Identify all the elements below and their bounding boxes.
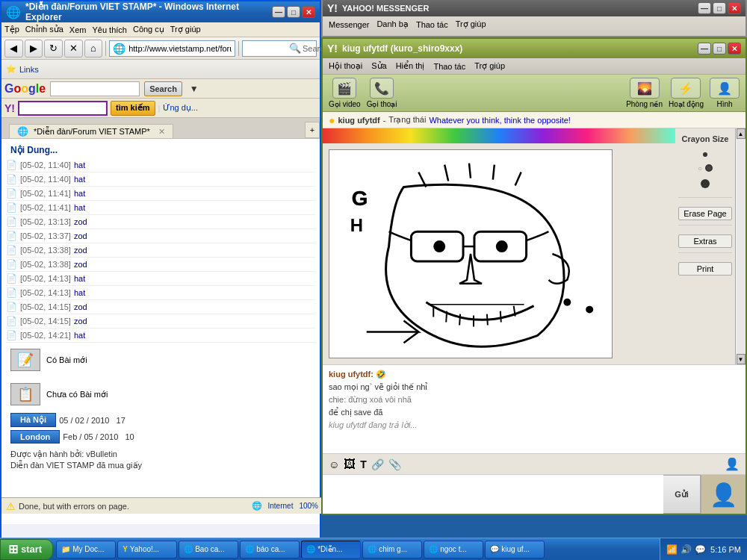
forum-link[interactable]: hat [74, 161, 85, 169]
browser-minimize-button[interactable]: — [272, 6, 285, 18]
content-scroll-area[interactable]: Nội Dung... 📄 [05-02, 11:40] hat 📄 [05-0… [1, 139, 320, 524]
footer-copyright: Diễn đàn VIET STAMP đã mua giấy [6, 461, 315, 473]
stop-button[interactable]: ✕ [64, 40, 83, 57]
back-button[interactable]: ◀ [4, 40, 23, 57]
no-new-post-label: Chưa có Bài mới [46, 390, 108, 399]
forum-link[interactable]: hat [74, 189, 85, 198]
tab-close-icon[interactable]: ✕ [158, 127, 165, 136]
tools-divider [678, 197, 732, 202]
drawing-canvas[interactable]: G H [329, 149, 613, 358]
contact-photo-button[interactable]: 👤 [725, 457, 740, 471]
forum-link[interactable]: hat [74, 203, 85, 212]
avatar-button[interactable]: 👤 Hình [710, 78, 740, 108]
forum-link[interactable]: hat [74, 331, 85, 340]
chat-menu-trogiu[interactable]: Trợ giúp [474, 61, 505, 71]
voice-call-button[interactable]: 📞 Gọi thoại [367, 78, 397, 108]
hanoi-button[interactable]: Hà Nội [10, 413, 56, 427]
video-call-button[interactable]: 🎬 Gọi video [329, 78, 361, 108]
menu-file[interactable]: Tệp [4, 25, 19, 34]
new-tab-button[interactable]: + [305, 122, 320, 138]
chat-menu-sua[interactable]: Sửa [371, 61, 386, 71]
yahoo-menu-trogiu[interactable]: Trợ giúp [456, 19, 486, 29]
taskbar-item-mydoc[interactable]: 📁 My Doc... [56, 541, 116, 559]
taskbar-item-chim[interactable]: 🌐 chim g... [362, 541, 422, 559]
forum-link[interactable]: hat [74, 274, 85, 283]
forum-link[interactable]: zod [74, 302, 87, 311]
yahoo-search-button[interactable]: tìm kiếm [111, 101, 155, 116]
browser-maximize-button[interactable]: □ [287, 6, 300, 18]
drawing-scrollbar[interactable]: ▲ ▼ [735, 128, 746, 364]
image-button[interactable]: 🖼 [344, 458, 356, 471]
crayon-large[interactable] [701, 179, 710, 188]
london-button[interactable]: London [10, 430, 60, 444]
chat-maximize-button[interactable]: □ [713, 43, 726, 55]
menu-view[interactable]: Xem [69, 25, 87, 34]
browser-titlebar: 🌐 *Diễn đàn/Forum VIET STAMP* - Windows … [1, 1, 320, 22]
chat-menu-hienthi[interactable]: Hiển thị [396, 61, 425, 71]
taskbar-item-baoca2[interactable]: 🌐 báo ca... [240, 541, 300, 559]
yahoo-maximize-button[interactable]: □ [713, 2, 726, 14]
search-input[interactable] [243, 44, 288, 53]
yahoo-menu-thaotac[interactable]: Thao tác [416, 20, 448, 29]
erase-page-button[interactable]: Erase Page [678, 207, 732, 220]
chat-minimize-button[interactable]: — [698, 43, 711, 55]
address-input[interactable] [128, 44, 232, 53]
forum-time: [05-02, 14:21] [20, 331, 71, 340]
forward-button[interactable]: ▶ [25, 40, 43, 57]
yahoo-minimize-button[interactable]: — [698, 2, 711, 14]
yahoo-menu-danhba[interactable]: Danh bạ [376, 19, 408, 29]
browser-close-button[interactable]: ✕ [302, 6, 315, 18]
crayon-medium[interactable] [705, 164, 713, 172]
active-tab[interactable]: 🌐 *Diễn đàn/Forum VIET STAMP* ✕ [9, 124, 173, 138]
activity-button[interactable]: ⚡ Hoạt động [669, 78, 704, 108]
forum-link[interactable]: hat [74, 288, 85, 297]
doc-icon: 📄 [6, 316, 17, 326]
crayon-small[interactable] [703, 152, 707, 157]
taskbar-item-ngoc[interactable]: 🌐 ngoc t... [424, 541, 483, 559]
chat-menu-hoithoai[interactable]: Hội thoại [329, 61, 362, 71]
menu-edit[interactable]: Chỉnh sửa [25, 25, 63, 34]
chat-close-button[interactable]: ✕ [728, 43, 741, 55]
taskbar-item-yahoo[interactable]: Y Yahoo!... [117, 541, 177, 559]
yahoo-close-button[interactable]: ✕ [728, 2, 741, 14]
forum-link[interactable]: zod [74, 317, 87, 326]
yahoo-menu-messenger[interactable]: Messenger [329, 20, 369, 29]
home-button[interactable]: ⌂ [84, 40, 103, 57]
scroll-down-button[interactable]: ▼ [737, 354, 746, 364]
background-button[interactable]: 🌄 Phòng nền [626, 78, 663, 108]
link-button[interactable]: 🔗 [371, 458, 384, 470]
chat-message-input[interactable] [323, 475, 663, 497]
browser-title: *Diễn đàn/Forum VIET STAMP* - Windows In… [25, 1, 272, 22]
search-icon[interactable]: 🔍 [288, 43, 303, 54]
menu-favorites[interactable]: Yêu thích [92, 25, 126, 34]
forum-link[interactable]: hat [74, 175, 85, 184]
new-post-icon: 📝 [10, 349, 40, 371]
start-button[interactable]: ⊞ start [0, 539, 53, 560]
menu-tools[interactable]: Công cụ [133, 25, 164, 34]
forum-link[interactable]: zod [74, 246, 87, 255]
print-button[interactable]: Print [678, 262, 732, 276]
taskbar-item-baoca1[interactable]: 🌐 Bao ca... [179, 541, 238, 559]
google-search-input[interactable] [50, 81, 140, 96]
taskbar-item-dien[interactable]: 🌐 *Diễn... [301, 541, 361, 559]
scroll-track[interactable] [737, 139, 746, 354]
forum-link[interactable]: zod [74, 231, 87, 240]
attachment-button[interactable]: 📎 [388, 458, 401, 470]
yahoo-app-label[interactable]: Ứng dụ... [163, 103, 198, 113]
yahoo-search-input[interactable] [19, 104, 94, 113]
scroll-up-button[interactable]: ▲ [737, 128, 746, 139]
text-format-button[interactable]: T [360, 458, 367, 470]
taskbar-item-kiug[interactable]: 💬 kiug uf... [485, 541, 545, 559]
extras-button[interactable]: Extras [678, 234, 732, 248]
send-button[interactable]: Gửi [663, 475, 701, 514]
menu-help[interactable]: Trợ giúp [170, 25, 201, 34]
chat-menu-thaotac[interactable]: Thao tác [433, 62, 465, 71]
doc-icon: 📄 [6, 188, 17, 199]
refresh-button[interactable]: ↻ [44, 40, 63, 57]
forum-link[interactable]: zod [74, 260, 87, 269]
forum-link[interactable]: zod [74, 217, 87, 226]
table-row: 📄 [05-02, 11:40] hat [6, 158, 315, 172]
emoji-button[interactable]: ☺ [329, 458, 339, 470]
google-search-button[interactable]: Search [144, 81, 182, 96]
chat-messages-area[interactable]: kiug ufytdf: 🤣 sao mọi ng` vẽ giỏi thế n… [323, 364, 746, 454]
